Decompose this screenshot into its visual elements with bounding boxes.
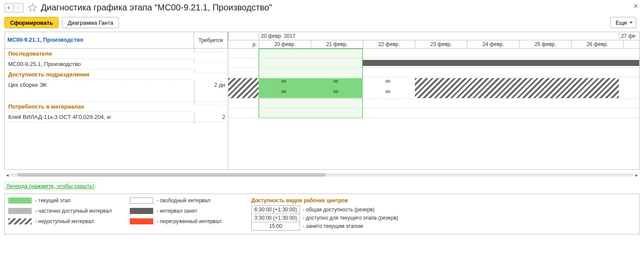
avail-hatch-pre (228, 78, 259, 98)
timeline-days: р. 20 февр. 21 февр. 22 февр. 23 февр. 2… (228, 40, 639, 49)
day-3: 23 февр. (415, 40, 467, 48)
generate-button[interactable]: Сформировать (4, 17, 59, 28)
gantt-body: ∞ ∞ ∞ ∞ ∞ ∞ (228, 49, 639, 118)
materials-item-row[interactable]: Клей ВИЛАД-11к-3 ОСТ 4Г0.029.204, кг 2 (5, 112, 228, 122)
gantt-pane[interactable]: 20 февр. 2017 27 фе р. 20 февр. 21 февр.… (228, 32, 640, 170)
followers-item-row[interactable]: МС00-9.25.1, Производство (5, 59, 228, 69)
scroll-track[interactable] (10, 173, 634, 177)
legend-item-busy: - интервал занят (130, 208, 251, 214)
day-0: 20 февр. (259, 40, 311, 48)
follower-busy-bar (363, 60, 639, 66)
close-button[interactable]: ✕ (632, 3, 640, 10)
followers-item: МС00-9.25.1, Производство (5, 59, 194, 69)
day-4: 24 февр. (467, 40, 519, 48)
horizontal-scrollbar[interactable]: ◄ ► (4, 171, 640, 178)
arrow-right-icon (16, 6, 20, 10)
availability-required: 2 дн (194, 80, 228, 102)
avail-row-1: 3:30:00 (+1:30:00)- доступно для текущег… (252, 214, 401, 222)
swatch-dark-icon (130, 208, 153, 214)
day-prefix: р. (228, 40, 259, 48)
left-header: МС00-9.21.1, Производство Требуется (5, 32, 228, 49)
timeline-seg-1: 27 фе (619, 32, 640, 40)
favorite-star-icon[interactable] (28, 3, 37, 13)
day-2: 22 февр. (363, 40, 415, 48)
inf-3b: ∞ (385, 88, 390, 95)
gantt-row-follower (228, 58, 639, 68)
swatch-gray-icon (8, 208, 32, 214)
materials-item: Клей ВИЛАД-11к-3 ОСТ 4Г0.029.204, кг (5, 112, 194, 122)
back-button[interactable] (4, 3, 14, 13)
gantt-row-mat (228, 109, 639, 118)
more-button[interactable]: Еще (610, 17, 636, 28)
timeline-seg-0: 20 февр. 2017 (259, 32, 619, 40)
day-7 (623, 40, 640, 48)
swatch-white-icon (130, 197, 153, 204)
legend: Легенда (нажмите, чтобы скрыть) - текущи… (0, 182, 644, 239)
inf-1b: ∞ (281, 88, 286, 95)
root-stage-link[interactable]: МС00-9.21.1, Производство (5, 32, 83, 43)
day-1: 21 февр. (311, 40, 363, 48)
forward-button[interactable] (14, 3, 23, 13)
page-title: Диагностика графика этапа "МС00-9.21.1, … (41, 3, 272, 13)
scroll-thumb[interactable] (17, 173, 325, 177)
day-5: 25 февр. (519, 40, 571, 48)
header: Диагностика графика этапа "МС00-9.21.1, … (0, 0, 644, 17)
legend-box: - текущий этап - частично доступный инте… (4, 194, 640, 234)
avail-current-bar (259, 78, 363, 98)
swatch-hatch-icon (8, 218, 32, 224)
availability-item: Цех сборки ЭК (5, 80, 194, 102)
avail-row-0: 6:30:00 (+1:30:00)- общая доступность (р… (252, 206, 401, 214)
avail-hatch-post (415, 78, 619, 98)
day-6: 26 февр. (571, 40, 623, 48)
inf-3: ∞ (385, 77, 390, 85)
swatch-green-icon (8, 197, 32, 204)
left-pane: МС00-9.21.1, Производство Требуется Посл… (4, 32, 228, 170)
legend-item-partial: - частично доступный интервал (8, 208, 130, 214)
gantt-row-followers-head (228, 49, 639, 58)
legend-item-current: - текущий этап (8, 197, 130, 204)
legend-item-unavail: - недоступный интервал (8, 218, 130, 224)
gantt-row-mat-head (228, 99, 639, 109)
arrow-left-icon (7, 6, 11, 10)
section-availability: Доступность подразделения (5, 69, 228, 80)
legend-col-2: - свободный интервал - интервал занят - … (130, 197, 251, 230)
legend-toggle[interactable]: Легенда (нажмите, чтобы скрыть) (4, 182, 96, 190)
legend-item-overload: - перегруженный интервал (130, 218, 251, 224)
scroll-right-icon[interactable]: ► (634, 172, 640, 178)
inf-2: ∞ (333, 77, 338, 85)
main-area: МС00-9.21.1, Производство Требуется Посл… (0, 32, 644, 170)
avail-title: Доступность видов рабочих центров (251, 197, 636, 204)
legend-avail: Доступность видов рабочих центров 6:30:0… (251, 197, 636, 230)
legend-item-free: - свободный интервал (130, 197, 251, 204)
inf-2b: ∞ (333, 88, 338, 95)
availability-item-row[interactable]: Цех сборки ЭК 2 дн (5, 80, 228, 102)
materials-required: 2 (194, 112, 228, 122)
section-followers: Последователи (5, 49, 228, 59)
toolbar: Сформировать Диаграмма Ганта Еще (0, 17, 644, 32)
gantt-row-avail-head (228, 68, 639, 77)
section-materials: Потребность в материалах (5, 102, 228, 112)
required-header: Требуется (194, 32, 228, 49)
scroll-left-icon[interactable]: ◄ (4, 172, 10, 178)
avail-row-2: 15:00- занято текущим этапом (252, 222, 401, 230)
gantt-button[interactable]: Диаграмма Ганта (62, 17, 119, 28)
avail-table: 6:30:00 (+1:30:00)- общая доступность (р… (251, 205, 401, 230)
timeline-top: 20 февр. 2017 27 фе (228, 32, 639, 40)
legend-col-1: - текущий этап - частично доступный инте… (8, 197, 130, 230)
timeline-seg-prefix (228, 32, 259, 40)
inf-1: ∞ (281, 77, 286, 85)
window: Диагностика графика этапа "МС00-9.21.1, … (0, 0, 644, 260)
swatch-red-icon (130, 218, 153, 224)
gantt-row-avail: ∞ ∞ ∞ ∞ ∞ ∞ (228, 77, 639, 99)
